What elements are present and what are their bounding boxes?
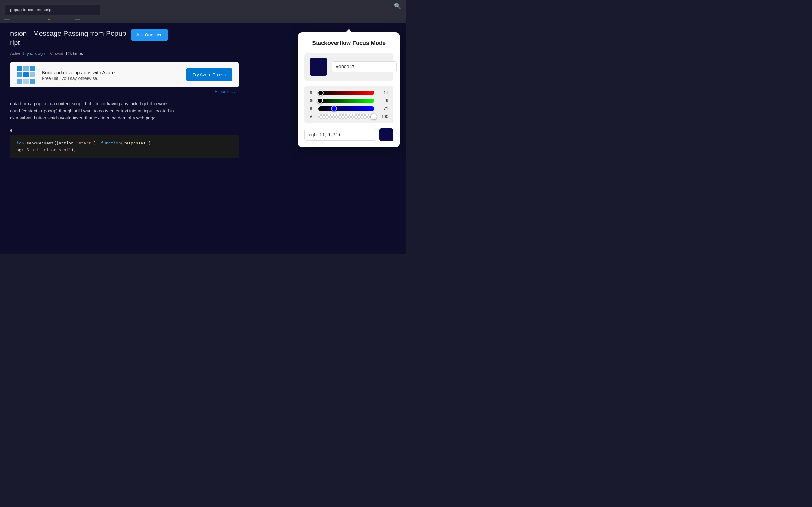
a-label: A — [310, 114, 315, 119]
popup-bottom — [305, 128, 393, 141]
ask-question-button[interactable]: Ask Question — [131, 29, 168, 41]
report-ad-link[interactable]: Report this ad — [10, 89, 239, 94]
b-label: B — [310, 106, 315, 111]
tab-title: popup-to-content-script — [10, 7, 53, 12]
try-azure-arrow: › — [224, 72, 226, 77]
svg-rect-2 — [30, 66, 35, 71]
g-slider-track[interactable] — [318, 99, 374, 103]
r-slider-row: R 11 — [310, 90, 388, 95]
popup-title: Stackoverflow Focus Mode — [305, 40, 393, 47]
svg-rect-3 — [17, 72, 22, 77]
stackoverflow-page: nsion - Message Passing from Popup ript … — [10, 23, 239, 253]
question-title-row: nsion - Message Passing from Popup ript … — [10, 29, 239, 47]
ad-sub-text: Free until you say otherwise. — [42, 76, 180, 81]
g-value: 9 — [378, 98, 388, 103]
code-block: ion.sendRequest({action:'start'}, functi… — [10, 135, 239, 158]
a-value: 100 — [378, 114, 388, 119]
r-slider-track[interactable] — [318, 91, 374, 95]
g-slider-thumb[interactable] — [317, 98, 323, 104]
r-label: R — [310, 90, 315, 95]
question-meta: Active 5 years ago Viewed 12k times — [10, 51, 239, 56]
b-value: 71 — [378, 106, 388, 111]
ad-text: Build and develop apps with Azure. Free … — [42, 69, 180, 81]
color-apply-swatch[interactable] — [379, 128, 393, 141]
g-label: G — [310, 98, 315, 103]
color-picker-popup: Stackoverflow Focus Mode R 11 G — [298, 32, 400, 147]
body-text: data from a popup to a content script, b… — [10, 100, 239, 121]
svg-rect-4 — [23, 72, 29, 77]
ad-banner: Build and develop apps with Azure. Free … — [10, 62, 239, 88]
a-slider-row: A 100 — [310, 114, 388, 119]
color-swatch — [310, 58, 327, 76]
code-line-1: ion.sendRequest({action:'start'}, functi… — [16, 140, 232, 147]
search-icon[interactable]: 🔍 — [394, 3, 401, 9]
viewed-label: Viewed — [50, 51, 63, 56]
try-azure-button[interactable]: Try Azure Free › — [186, 68, 232, 81]
b-slider-thumb[interactable] — [331, 106, 337, 112]
svg-rect-1 — [23, 66, 29, 71]
azure-logo — [16, 65, 36, 84]
viewed-value: 12k times — [65, 51, 83, 56]
meta-viewed: Viewed 12k times — [50, 51, 83, 56]
svg-rect-6 — [17, 78, 22, 83]
popup-arrow — [346, 29, 352, 32]
svg-rect-5 — [30, 72, 35, 77]
a-slider-thumb[interactable] — [371, 114, 376, 119]
slider-section: R 11 G 9 B 71 — [305, 86, 393, 123]
question-title: nsion - Message Passing from Popup ript — [10, 29, 126, 47]
svg-rect-8 — [30, 78, 35, 83]
question-body: data from a popup to a content script, b… — [10, 100, 239, 121]
g-slider-row: G 9 — [310, 98, 388, 103]
color-preview-section — [305, 53, 393, 81]
active-value: 5 years ago — [23, 51, 45, 56]
code-label: e: — [10, 128, 239, 132]
code-line-2: og('Start action sent'); — [16, 147, 232, 153]
r-value: 11 — [378, 90, 388, 95]
svg-rect-0 — [17, 66, 22, 71]
browser-chrome: popup-to-content-script 🔍 — [0, 0, 406, 19]
active-label: Active — [10, 51, 21, 56]
try-azure-label: Try Azure Free — [193, 72, 222, 77]
ad-main-text: Build and develop apps with Azure. — [42, 69, 180, 76]
a-slider-track[interactable] — [318, 114, 374, 119]
b-slider-track[interactable] — [318, 107, 374, 111]
r-slider-thumb[interactable] — [318, 90, 323, 96]
b-slider-row: B 71 — [310, 106, 388, 111]
svg-rect-7 — [23, 78, 29, 83]
main-content: nsion - Message Passing from Popup ript … — [0, 23, 406, 253]
browser-tab[interactable]: popup-to-content-script — [5, 5, 100, 14]
hex-input[interactable] — [332, 61, 397, 72]
meta-active: Active 5 years ago — [10, 51, 45, 56]
rgb-input[interactable] — [305, 129, 376, 141]
